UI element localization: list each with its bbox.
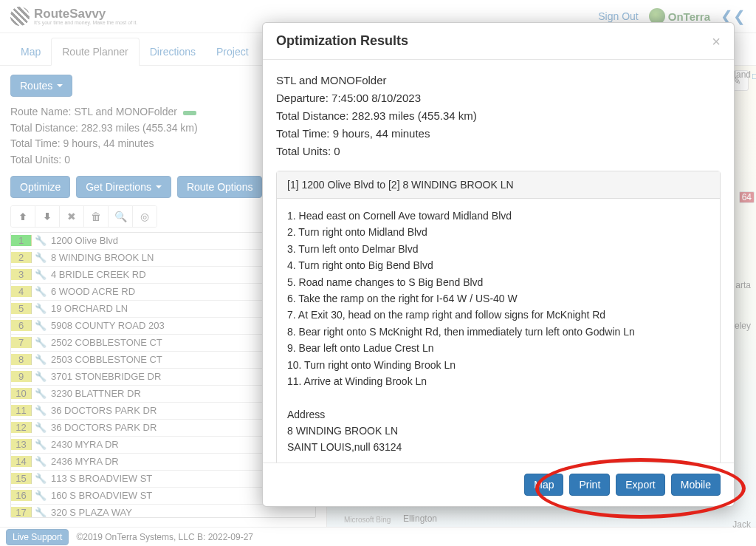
segment-title[interactable]: [1] 1200 Olive Blvd to [2] 8 WINDING BRO… bbox=[277, 171, 720, 199]
move-up-button[interactable] bbox=[11, 206, 35, 227]
stop-number: 11 bbox=[11, 405, 32, 416]
tab-directions[interactable]: Directions bbox=[140, 38, 206, 65]
arrow-up-icon bbox=[18, 212, 27, 221]
route-color-swatch bbox=[183, 111, 196, 115]
locate-button[interactable]: ◎ bbox=[133, 206, 157, 227]
map-label-ellington: Ellington bbox=[401, 513, 439, 524]
direction-step: 9. Bear left onto Ladue Crest Ln bbox=[287, 340, 709, 356]
wrench-icon: 🔧 bbox=[35, 388, 48, 399]
modal-units: Total Units: 0 bbox=[276, 143, 721, 160]
trash-icon: 🗑 bbox=[91, 211, 101, 222]
direction-step: 5. Road name changes to S Big Bend Blvd bbox=[287, 274, 709, 290]
stop-name: 2503 COBBLESTONE CT bbox=[51, 354, 162, 365]
copyright-text: ©2019 OnTerra Systems, LLC B: 2022-09-27 bbox=[76, 532, 253, 542]
stop-number: 4 bbox=[11, 286, 32, 297]
segment-panel: [1] 1200 Olive Blvd to [2] 8 WINDING BRO… bbox=[276, 171, 721, 463]
modal-time: Total Time: 9 hours, 44 minutes bbox=[276, 125, 721, 143]
wrench-icon: 🔧 bbox=[35, 371, 48, 382]
x-icon: ✖ bbox=[67, 211, 76, 222]
optimize-button[interactable]: Optimize bbox=[10, 176, 70, 198]
remove-stop-button[interactable]: ✖ bbox=[60, 206, 84, 227]
optimization-results-modal: Optimization Results × STL and MONOFolde… bbox=[262, 22, 735, 507]
wrench-icon: 🔧 bbox=[35, 286, 48, 297]
wrench-icon: 🔧 bbox=[35, 422, 48, 433]
direction-step: 1. Head east on Cornell Ave toward Midla… bbox=[287, 208, 709, 224]
stop-number: 12 bbox=[11, 422, 32, 433]
direction-step: 6. Take the ramp on the right for I-64 W… bbox=[287, 290, 709, 307]
address-heading: Address bbox=[287, 406, 709, 423]
direction-step: 2. Turn right onto Midland Blvd bbox=[287, 224, 709, 240]
stop-name: 36 DOCTORS PARK DR bbox=[51, 405, 157, 416]
modal-print-button[interactable]: Print bbox=[569, 474, 610, 496]
stop-number: 8 bbox=[11, 354, 32, 365]
close-icon: × bbox=[712, 33, 721, 50]
caret-down-icon bbox=[156, 185, 162, 188]
stop-name: 3230 BLATTNER DR bbox=[51, 388, 141, 399]
modal-map-button[interactable]: Map bbox=[524, 474, 563, 496]
modal-departure: Departure: 7:45:00 8/10/2023 bbox=[276, 89, 721, 107]
tab-map[interactable]: Map bbox=[10, 38, 51, 65]
stop-name: 19 ORCHARD LN bbox=[51, 303, 128, 314]
route-name-value: STL and MONOFolder bbox=[74, 106, 177, 117]
stop-name: 3701 STONEBRIDGE DR bbox=[51, 371, 161, 382]
sign-out-link[interactable]: Sign Out bbox=[598, 10, 638, 22]
wrench-icon: 🔧 bbox=[35, 303, 48, 314]
delete-button[interactable]: 🗑 bbox=[84, 206, 109, 227]
stop-name: 2436 MYRA DR bbox=[51, 456, 119, 467]
stop-number: 9 bbox=[11, 371, 32, 382]
move-down-button[interactable] bbox=[35, 206, 60, 227]
stop-number: 2 bbox=[11, 252, 32, 263]
stop-name: 320 S PLAZA WAY bbox=[51, 507, 132, 518]
stop-list-toolbar: ✖ 🗑 🔍 ◎ bbox=[10, 205, 157, 228]
map-label-jack: Jack bbox=[730, 519, 753, 530]
address-line-2: SAINT LOUIS,null 63124 bbox=[287, 439, 709, 455]
direction-step: 11. Arrive at Winding Brook Ln bbox=[287, 373, 709, 389]
direction-step: 4. Turn right onto Big Bend Blvd bbox=[287, 257, 709, 273]
wrench-icon: 🔧 bbox=[35, 320, 48, 331]
hwy-shield-64: 64 bbox=[739, 191, 755, 203]
wrench-icon: 🔧 bbox=[35, 235, 48, 246]
stop-name: 6 WOOD ACRE RD bbox=[51, 286, 135, 297]
modal-distance: Total Distance: 282.93 miles (455.34 km) bbox=[276, 107, 721, 125]
stop-name: 5908 COUNTY ROAD 203 bbox=[51, 320, 165, 331]
modal-close-button[interactable]: × bbox=[712, 34, 721, 49]
wrench-icon: 🔧 bbox=[35, 456, 48, 467]
wrench-icon: 🔧 bbox=[35, 354, 48, 365]
modal-route-name: STL and MONOFolder bbox=[276, 72, 721, 89]
caret-down-icon bbox=[57, 84, 63, 87]
zoom-button[interactable]: 🔍 bbox=[109, 206, 133, 227]
wrench-icon: 🔧 bbox=[35, 507, 48, 518]
direction-step: 3. Turn left onto Delmar Blvd bbox=[287, 241, 709, 257]
map-label-sparta: arta bbox=[733, 280, 753, 290]
modal-mobile-button[interactable]: Mobile bbox=[671, 474, 721, 496]
wrench-icon: 🔧 bbox=[35, 473, 48, 484]
address-line-1: 8 WINDING BROOK LN bbox=[287, 423, 709, 439]
stop-name: 113 S BROADVIEW ST bbox=[51, 473, 152, 484]
route-name-label: Route Name: bbox=[10, 106, 74, 117]
direction-step: 7. At Exit 30, head on the ramp right an… bbox=[287, 307, 709, 323]
routes-dropdown-button[interactable]: Routes bbox=[10, 75, 72, 97]
stop-number: 14 bbox=[11, 456, 32, 467]
target-icon: ◎ bbox=[140, 211, 149, 222]
brand-name: RouteSavvy bbox=[34, 7, 138, 20]
tab-route-planner[interactable]: Route Planner bbox=[51, 38, 140, 66]
wrench-icon: 🔧 bbox=[35, 439, 48, 450]
modal-title: Optimization Results bbox=[276, 33, 408, 49]
stop-number: 3 bbox=[11, 269, 32, 280]
stop-number: 7 bbox=[11, 337, 32, 348]
stop-name: 8 WINDING BROOK LN bbox=[51, 252, 154, 263]
modal-meta: STL and MONOFolder Departure: 7:45:00 8/… bbox=[276, 72, 721, 160]
magnifier-icon: 🔍 bbox=[114, 211, 127, 222]
logo-swirl-icon bbox=[10, 7, 30, 26]
wrench-icon: 🔧 bbox=[35, 490, 48, 501]
wrench-icon: 🔧 bbox=[35, 405, 48, 416]
live-support-button[interactable]: Live Support bbox=[6, 529, 69, 545]
get-directions-button[interactable]: Get Directions bbox=[76, 176, 171, 198]
route-options-button[interactable]: Route Options bbox=[177, 176, 263, 198]
modal-export-button[interactable]: Export bbox=[616, 474, 664, 496]
wrench-icon: 🔧 bbox=[35, 337, 48, 348]
stop-name: 160 S BROADVIEW ST bbox=[51, 490, 152, 501]
tab-project[interactable]: Project bbox=[206, 38, 259, 65]
stop-number: 17 bbox=[11, 507, 32, 518]
stop-name: 4 BRIDLE CREEK RD bbox=[51, 269, 146, 280]
